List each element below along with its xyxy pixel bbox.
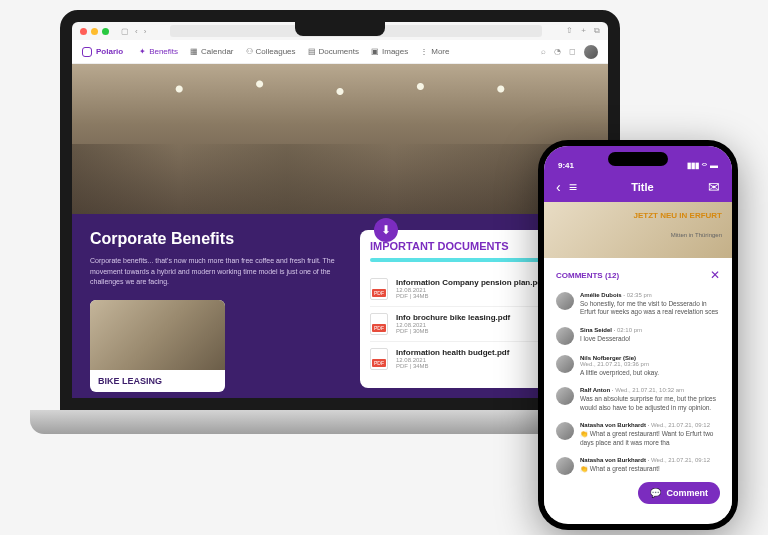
- menu-icon[interactable]: ≡: [569, 179, 577, 195]
- comment-text: 👏 What a great restaurant! Want to Erfur…: [580, 430, 720, 447]
- nav-more[interactable]: ⋮More: [420, 47, 449, 56]
- image-icon: ▣: [371, 47, 379, 56]
- nav-benefits[interactable]: ✦Benefits: [139, 47, 178, 56]
- comment-text: So honestly, for me the visit to Dessera…: [580, 300, 720, 317]
- more-icon: ⋮: [420, 47, 428, 56]
- back-icon[interactable]: ‹: [556, 179, 561, 195]
- pdf-icon: [370, 278, 388, 300]
- app-header: Polario ✦Benefits ▦Calendar ⚇Colleagues …: [72, 40, 608, 64]
- document-icon: ▤: [308, 47, 316, 56]
- comment-item: Amélie Dubois · 02:35 pm So honestly, fo…: [556, 292, 720, 317]
- dynamic-island: [608, 152, 668, 166]
- comment-item: Ralf Anton · Wed., 21.07.21, 10:32 am Wa…: [556, 387, 720, 412]
- bookmark-icon[interactable]: ◻: [569, 47, 576, 56]
- pdf-icon: [370, 313, 388, 335]
- comment-time: Wed., 21.07.21, 10:32 am: [615, 387, 684, 393]
- comment-text: Was an absolute surprise for me, but the…: [580, 395, 720, 412]
- brand-logo[interactable]: Polario: [82, 47, 123, 57]
- traffic-light-close[interactable]: [80, 28, 87, 35]
- phone-frame: 9:41 ▮▮▮ ⌔ ▬ ‹ ≡ Title ✉ JETZT NEU IN ER…: [538, 140, 738, 530]
- comment-item: Nils Nofberger (Sie)Wed., 21.07.21, 03:3…: [556, 355, 720, 377]
- avatar[interactable]: [556, 422, 574, 440]
- comment-text: A little overpriced, but okay.: [580, 369, 720, 377]
- wifi-icon: ⌔: [702, 161, 707, 170]
- comment-author: Natasha von Burkhardt: [580, 457, 646, 463]
- avatar[interactable]: [556, 327, 574, 345]
- nav-documents[interactable]: ▤Documents: [308, 47, 359, 56]
- traffic-light-zoom[interactable]: [102, 28, 109, 35]
- comment-button[interactable]: 💬 Comment: [638, 482, 720, 504]
- avatar[interactable]: [556, 355, 574, 373]
- signal-icon: ▮▮▮: [687, 161, 699, 170]
- tabs-icon[interactable]: ⧉: [594, 26, 600, 36]
- laptop-screen: ▢ ‹ › ⇧ + ⧉ Polario ✦Benefits ▦Calendar …: [60, 10, 620, 410]
- nav-colleagues[interactable]: ⚇Colleagues: [246, 47, 296, 56]
- nav-images[interactable]: ▣Images: [371, 47, 408, 56]
- people-icon: ⚇: [246, 47, 253, 56]
- header-actions: ⌕ ◔ ◻: [541, 45, 598, 59]
- bike-image: [90, 300, 225, 370]
- phone-title: Title: [577, 181, 708, 193]
- user-avatar[interactable]: [584, 45, 598, 59]
- battery-icon: ▬: [710, 161, 718, 170]
- search-icon[interactable]: ⌕: [541, 47, 546, 56]
- new-tab-icon[interactable]: +: [581, 26, 586, 36]
- comment-author: Natasha von Burkhardt: [580, 422, 646, 428]
- page-title: Corporate Benefits: [90, 230, 346, 248]
- avatar[interactable]: [556, 457, 574, 475]
- comment-time: Wed., 21.07.21, 09:12: [651, 422, 710, 428]
- comment-text: I love Desserado!: [580, 335, 720, 343]
- phone-header: ‹ ≡ Title ✉: [544, 172, 732, 202]
- forward-icon[interactable]: ›: [144, 27, 147, 36]
- bike-card-title: BIKE LEASING: [90, 370, 225, 392]
- comment-author: Amélie Dubois: [580, 292, 622, 298]
- comment-text: 👏 What a great restaurant!: [580, 465, 720, 473]
- comments-heading: COMMENTS (12): [556, 271, 619, 280]
- phone-screen: 9:41 ▮▮▮ ⌔ ▬ ‹ ≡ Title ✉ JETZT NEU IN ER…: [544, 146, 732, 524]
- comment-author: Ralf Anton: [580, 387, 610, 393]
- comment-item: Natasha von Burkhardt · Wed., 21.07.21, …: [556, 457, 720, 475]
- chat-icon[interactable]: ✉: [708, 179, 720, 195]
- comment-time: 02:35 pm: [627, 292, 652, 298]
- article-preview[interactable]: JETZT NEU IN ERFURT Mitten in Thüringen: [544, 202, 732, 258]
- nav-calendar[interactable]: ▦Calendar: [190, 47, 233, 56]
- comment-time: Wed., 21.07.21, 09:12: [651, 457, 710, 463]
- main-content: Corporate Benefits Corporate benefits...…: [72, 214, 608, 404]
- share-icon[interactable]: ⇧: [566, 26, 573, 36]
- laptop-notch: [295, 22, 385, 36]
- sidebar-toggle-icon[interactable]: ▢: [121, 27, 129, 36]
- comment-time: Wed., 21.07.21, 03:36 pm: [580, 361, 649, 367]
- brand-name: Polario: [96, 47, 123, 56]
- download-icon[interactable]: ⬇: [374, 218, 398, 242]
- top-nav: ✦Benefits ▦Calendar ⚇Colleagues ▤Documen…: [139, 47, 449, 56]
- calendar-icon: ▦: [190, 47, 198, 56]
- laptop-frame: ▢ ‹ › ⇧ + ⧉ Polario ✦Benefits ▦Calendar …: [60, 10, 620, 450]
- comment-item: Natasha von Burkhardt · Wed., 21.07.21, …: [556, 422, 720, 447]
- page-description: Corporate benefits... that's now much mo…: [90, 256, 346, 288]
- pdf-icon: [370, 348, 388, 370]
- logo-icon: [82, 47, 92, 57]
- preview-headline: JETZT NEU IN ERFURT: [634, 212, 722, 221]
- bell-icon[interactable]: ◔: [554, 47, 561, 56]
- comments-panel: COMMENTS (12) ✕ Amélie Dubois · 02:35 pm…: [544, 258, 732, 518]
- clock: 9:41: [558, 161, 574, 170]
- comment-item: Sina Seidel · 02:10 pm I love Desserado!: [556, 327, 720, 345]
- benefits-column: Corporate Benefits Corporate benefits...…: [90, 230, 346, 388]
- bike-leasing-card[interactable]: BIKE LEASING: [90, 300, 225, 392]
- avatar[interactable]: [556, 387, 574, 405]
- back-icon[interactable]: ‹: [135, 27, 138, 36]
- sparkle-icon: ✦: [139, 47, 146, 56]
- preview-subtitle: Mitten in Thüringen: [671, 232, 722, 238]
- traffic-light-minimize[interactable]: [91, 28, 98, 35]
- close-icon[interactable]: ✕: [710, 268, 720, 282]
- hero-image: [72, 64, 608, 214]
- comment-icon: 💬: [650, 488, 661, 498]
- comment-author: Sina Seidel: [580, 327, 612, 333]
- comment-time: 02:10 pm: [617, 327, 642, 333]
- avatar[interactable]: [556, 292, 574, 310]
